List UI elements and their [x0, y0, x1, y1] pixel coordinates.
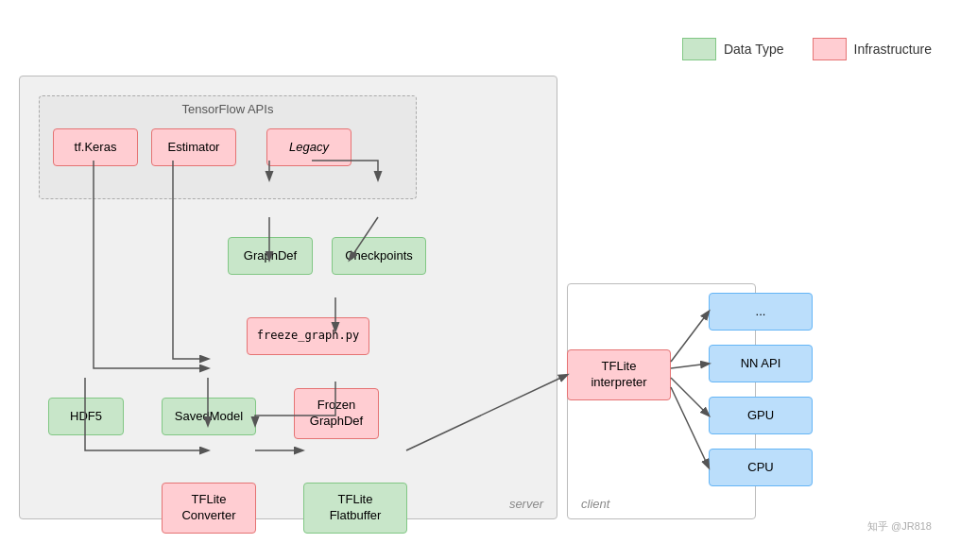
tf-apis-label: TensorFlow APIs	[182, 102, 274, 116]
server-label: server	[509, 497, 543, 511]
cpu-node: CPU	[709, 449, 813, 486]
client-label: client	[581, 497, 609, 511]
gpu-node: GPU	[709, 397, 813, 434]
savedmodel-node: SavedModel	[162, 398, 256, 435]
legend-pink-box	[813, 38, 847, 60]
hdf5-node: HDF5	[48, 398, 124, 435]
tflite-interpreter-node: TFLite interpreter	[567, 349, 671, 400]
legend-infrastructure: Infrastructure	[813, 38, 932, 60]
freeze-graph-node: freeze_graph.py	[247, 317, 369, 355]
main-diagram: Data Type Infrastructure TensorFlow APIs…	[19, 19, 941, 541]
legend-data-type: Data Type	[682, 38, 784, 60]
tf-apis-box: TensorFlow APIs tf.Keras Estimator Legac…	[39, 95, 417, 199]
frozen-graphdef-node: Frozen GraphDef	[294, 388, 379, 439]
legend-green-box	[682, 38, 716, 60]
legend: Data Type Infrastructure	[682, 38, 932, 60]
nn-api-node: NN API	[709, 345, 813, 382]
legacy-node: Legacy	[266, 128, 351, 166]
tflite-flatbuffer-node: TFLite Flatbuffer	[303, 483, 407, 534]
tf-keras-node: tf.Keras	[53, 128, 138, 166]
server-box: TensorFlow APIs tf.Keras Estimator Legac…	[19, 76, 557, 519]
tflite-converter-node: TFLite Converter	[162, 483, 256, 534]
legend-infrastructure-label: Infrastructure	[854, 42, 932, 57]
legend-data-type-label: Data Type	[724, 42, 784, 57]
watermark: 知乎 @JR818	[867, 519, 932, 534]
checkpoints-node: Checkpoints	[332, 237, 426, 275]
graphdef-node: GraphDef	[228, 237, 313, 275]
estimator-node: Estimator	[151, 128, 236, 166]
ellipsis-node: ...	[709, 293, 813, 331]
